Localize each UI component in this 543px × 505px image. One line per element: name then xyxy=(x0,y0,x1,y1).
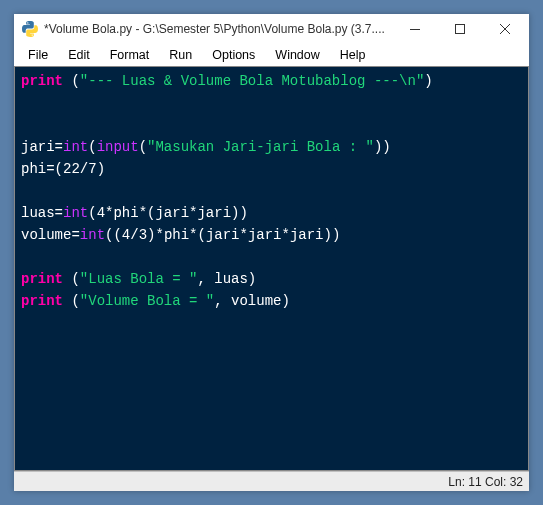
code-line: luas=int(4*phi*(jari*jari)) xyxy=(21,202,522,224)
menu-window[interactable]: Window xyxy=(265,46,329,64)
code-line: print ("Luas Bola = ", luas) xyxy=(21,268,522,290)
code-line: print ("--- Luas & Volume Bola Motubablo… xyxy=(21,70,522,92)
menu-format[interactable]: Format xyxy=(100,46,160,64)
code-line xyxy=(21,246,522,268)
titlebar[interactable]: *Volume Bola.py - G:\Semester 5\Python\V… xyxy=(14,14,529,44)
python-file-icon xyxy=(22,21,38,37)
code-editor[interactable]: print ("--- Luas & Volume Bola Motubablo… xyxy=(14,66,529,471)
window-controls xyxy=(392,15,527,43)
code-line xyxy=(21,114,522,136)
editor-window: *Volume Bola.py - G:\Semester 5\Python\V… xyxy=(14,14,529,491)
minimize-button[interactable] xyxy=(392,15,437,43)
code-line xyxy=(21,180,522,202)
code-line: volume=int((4/3)*phi*(jari*jari*jari)) xyxy=(21,224,522,246)
menu-help[interactable]: Help xyxy=(330,46,376,64)
menu-file[interactable]: File xyxy=(18,46,58,64)
maximize-button[interactable] xyxy=(437,15,482,43)
statusbar: Ln: 11 Col: 32 xyxy=(14,471,529,491)
code-line: print ("Volume Bola = ", volume) xyxy=(21,290,522,312)
close-button[interactable] xyxy=(482,15,527,43)
menu-options[interactable]: Options xyxy=(202,46,265,64)
window-title: *Volume Bola.py - G:\Semester 5\Python\V… xyxy=(44,22,392,36)
code-line xyxy=(21,92,522,114)
svg-rect-0 xyxy=(455,25,464,34)
menubar: File Edit Format Run Options Window Help xyxy=(14,44,529,66)
code-line: phi=(22/7) xyxy=(21,158,522,180)
menu-edit[interactable]: Edit xyxy=(58,46,100,64)
cursor-position: Ln: 11 Col: 32 xyxy=(448,475,523,489)
menu-run[interactable]: Run xyxy=(159,46,202,64)
code-line: jari=int(input("Masukan Jari-jari Bola :… xyxy=(21,136,522,158)
